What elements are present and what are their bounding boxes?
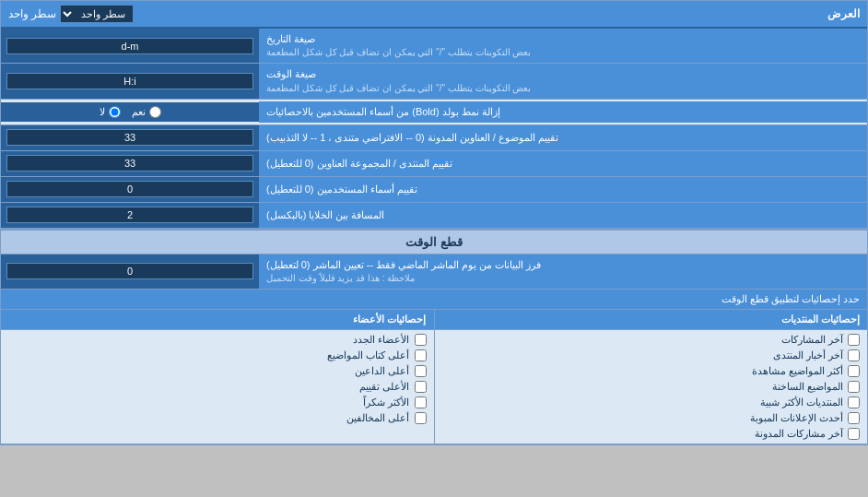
cb-top-writers-input[interactable] (415, 349, 427, 361)
cutoff-input[interactable] (6, 263, 253, 279)
cb-top-writers[interactable]: أعلى كتاب المواضيع (8, 349, 427, 361)
cb-top-violators-input[interactable] (415, 412, 427, 424)
date-format-input[interactable] (6, 38, 253, 54)
cb-top-violators[interactable]: أعلى المخالفين (8, 412, 427, 424)
posts-checkbox-items: آخر المشاركات آخر أخبار المنتدى أكثر الم… (435, 330, 868, 444)
cutoff-row: فرز البيانات من يوم الماشر الماضي فقط --… (1, 254, 867, 290)
topic-label: تقييم الموضوع / العناوين المدونة (0 -- ا… (259, 125, 867, 150)
cb-ads[interactable]: أحدث الإعلانات المبوبة (442, 412, 861, 424)
time-format-input[interactable] (6, 73, 253, 89)
time-format-row: صيغة الوقت بعض التكوينات يتطلب "/" التي … (1, 64, 867, 99)
cb-blog-posts-input[interactable] (848, 428, 860, 440)
cb-most-thanked-input[interactable] (415, 396, 427, 408)
limit-label: حدد إحصائيات لتطبيق قطع الوقت (8, 293, 860, 305)
forum-row: تقييم المنتدى / المجموعة العناوين (0 للت… (1, 151, 867, 177)
forum-input[interactable] (6, 155, 253, 172)
cb-most-viewed-input[interactable] (848, 365, 860, 377)
cb-forum-news[interactable]: آخر أخبار المنتدى (442, 349, 861, 361)
limit-row: حدد إحصائيات لتطبيق قطع الوقت (1, 290, 867, 310)
cb-top-rated-input[interactable] (415, 381, 427, 393)
header-row: العرض سطر واحدسطرانثلاثة أسطر سطر واحد (1, 1, 867, 29)
topic-input[interactable] (6, 129, 253, 146)
cb-most-thanked[interactable]: الأكثر شكراً (8, 396, 427, 408)
cb-forum-news-input[interactable] (848, 349, 860, 361)
cb-blog-posts[interactable]: آخر مشاركات المدونة (442, 428, 861, 440)
cutoff-label: فرز البيانات من يوم الماشر الماضي فقط --… (259, 254, 867, 289)
gap-label: المسافة بين الخلايا (بالبكسل) (259, 203, 867, 228)
date-format-label: صيغة التاريخ بعض التكوينات يتطلب "/" الت… (259, 29, 867, 63)
cb-last-posts-input[interactable] (848, 334, 860, 346)
topic-row: تقييم الموضوع / العناوين المدونة (0 -- ا… (1, 125, 867, 151)
posts-checkbox-section: إحصائيات المنتديات آخر المشاركات آخر أخب… (434, 310, 868, 444)
topic-input-wrapper (1, 125, 259, 150)
bold-row: إزالة نمط بولد (Bold) من أسماء المستخدمي… (1, 100, 867, 125)
forum-label: تقييم المنتدى / المجموعة العناوين (0 للت… (259, 151, 867, 176)
header-left-section: سطر واحدسطرانثلاثة أسطر سطر واحد (8, 5, 134, 23)
cutoff-section-header: قطع الوقت (1, 229, 867, 254)
time-format-label: صيغة الوقت بعض التكوينات يتطلب "/" التي … (259, 64, 867, 98)
header-left-label: سطر واحد (8, 7, 56, 20)
display-select[interactable]: سطر واحدسطرانثلاثة أسطر (60, 5, 134, 23)
username-input[interactable] (6, 181, 253, 197)
cb-hot-topics[interactable]: المواضيع الساخنة (442, 381, 861, 393)
gap-row: المسافة بين الخلايا (بالبكسل) (1, 203, 867, 229)
cb-most-similar-input[interactable] (848, 396, 860, 408)
cb-new-members[interactable]: الأعضاء الجدد (8, 334, 427, 346)
date-format-input-wrapper (1, 29, 259, 63)
bold-yes-label[interactable]: نعم (132, 106, 161, 118)
time-format-input-wrapper (1, 64, 259, 98)
gap-input-wrapper (1, 203, 259, 228)
bold-label: إزالة نمط بولد (Bold) من أسماء المستخدمي… (259, 101, 867, 123)
cb-ads-input[interactable] (848, 412, 860, 424)
header-right-label: العرض (827, 7, 860, 20)
bold-no-radio[interactable] (109, 106, 121, 118)
checkbox-sections: إحصائيات المنتديات آخر المشاركات آخر أخب… (1, 310, 867, 444)
posts-section-title: إحصائيات المنتديات (435, 310, 868, 330)
members-checkbox-items: الأعضاء الجدد أعلى كتاب المواضيع أعلى ال… (1, 330, 434, 428)
cb-most-viewed[interactable]: أكثر المواضيع مشاهدة (442, 365, 861, 377)
cb-last-posts[interactable]: آخر المشاركات (442, 334, 861, 346)
bold-yes-radio[interactable] (149, 106, 161, 118)
members-checkbox-section: إحصائيات الأعضاء الأعضاء الجدد أعلى كتاب… (1, 310, 434, 444)
cb-new-members-input[interactable] (415, 334, 427, 346)
cb-top-rated[interactable]: الأعلى تقييم (8, 381, 427, 393)
bold-no-label[interactable]: لا (100, 106, 121, 118)
cb-top-inviters-input[interactable] (415, 365, 427, 377)
cb-hot-topics-input[interactable] (848, 381, 860, 393)
username-label: تقييم أسماء المستخدمين (0 للتعطيل) (259, 177, 867, 202)
date-format-row: صيغة التاريخ بعض التكوينات يتطلب "/" الت… (1, 29, 867, 64)
username-row: تقييم أسماء المستخدمين (0 للتعطيل) (1, 177, 867, 203)
cb-top-inviters[interactable]: أعلى الداعين (8, 365, 427, 377)
cb-most-similar[interactable]: المنتديات الأكثر شبية (442, 396, 861, 408)
forum-input-wrapper (1, 151, 259, 176)
members-section-title: إحصائيات الأعضاء (1, 310, 434, 330)
cutoff-input-wrapper (1, 254, 259, 289)
bold-radio-group: نعم لا (1, 102, 259, 122)
username-input-wrapper (1, 177, 259, 202)
gap-input[interactable] (6, 207, 253, 223)
